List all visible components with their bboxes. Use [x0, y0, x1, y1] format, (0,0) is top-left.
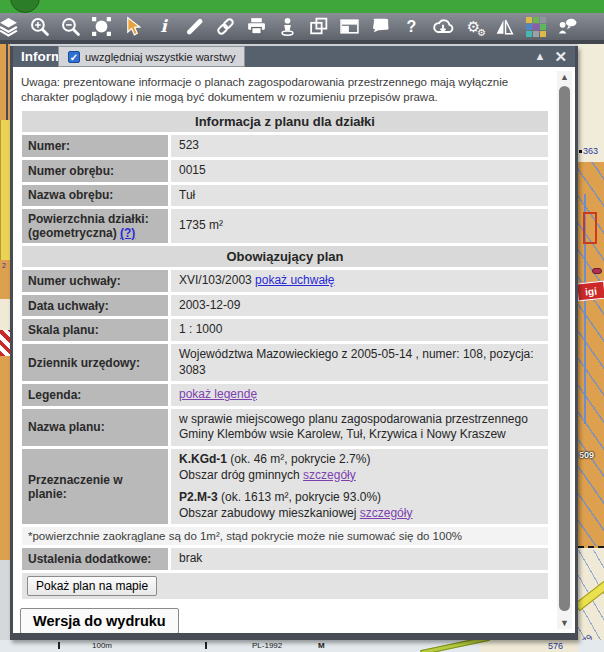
top-brand-bar: [0, 0, 604, 13]
plan-info-table: Informacja z planu dla działki Numer: 52…: [19, 108, 551, 602]
map-left-strip[interactable]: 2: [0, 44, 10, 640]
scrollbar-thumb[interactable]: [559, 86, 570, 611]
map-building-outline: [583, 212, 597, 244]
scalebar-label: 100m: [92, 641, 112, 650]
map-road-label: igi: [576, 281, 604, 302]
table-row-data-uchwaly: Data uchwały: 2003-12-09: [22, 295, 548, 317]
map-road-red-striped: [0, 330, 10, 356]
zone-entry: K.KGd-1 (ok. 46 m², pokrycie 2.7%) Obsza…: [179, 452, 540, 483]
show-plan-on-map-button[interactable]: Pokaż plan na mapie: [27, 576, 157, 596]
map-area-cream: [480, 640, 578, 652]
close-icon[interactable]: ✕: [554, 49, 567, 64]
row-value: 1735 m²: [171, 209, 548, 243]
row-label: Nazwa planu:: [22, 409, 168, 446]
dialog-scrollbar[interactable]: ▲ ▼: [557, 71, 572, 629]
map-area-gray: [0, 560, 10, 640]
map-road-yellow: [0, 120, 10, 260]
street-view-icon[interactable]: [272, 14, 303, 40]
table-row-dziennik: Dziennik urzędowy: Województwa Mazowieck…: [22, 344, 548, 381]
app-window: i ? ⚙⚙: [0, 0, 604, 652]
checkbox-checked-icon[interactable]: ✓: [68, 51, 80, 63]
measure-icon[interactable]: [179, 14, 210, 40]
link-icon[interactable]: [210, 14, 241, 40]
download-icon[interactable]: [427, 14, 458, 40]
collapse-icon[interactable]: ▲: [535, 51, 546, 62]
scalebar-tick: [205, 642, 207, 649]
pointer-tool-icon[interactable]: [117, 14, 148, 40]
table-row-nazwa-planu: Nazwa planu: w sprawie miejscowego planu…: [22, 409, 548, 446]
scroll-up-icon[interactable]: ▲: [557, 71, 572, 83]
map-parcel-label: 509: [579, 450, 594, 460]
info-dialog: Informacja ▲ ✕ ✓ uwzględniaj wszystkie w…: [10, 46, 578, 640]
annotation-icon[interactable]: [365, 14, 396, 40]
zone-desc: Obszar dróg gminnych: [179, 468, 300, 482]
row-value: Tuł: [171, 185, 548, 207]
legal-notice: Uwaga: prezentowane informacje o planach…: [21, 75, 541, 104]
show-legend-link[interactable]: pokaż legendę: [179, 387, 257, 401]
table-row-legenda: Legenda: pokaż legendę: [22, 384, 548, 406]
zone-code: K.KGd-1: [179, 452, 227, 466]
scroll-down-icon[interactable]: ▼: [557, 617, 572, 629]
row-label: Numer obrębu:: [22, 160, 168, 182]
table-row-numer-uchwaly: Numer uchwały: XVI/103/2003 pokaż uchwał…: [22, 270, 548, 292]
all-layers-toggle[interactable]: ✓ uwzględniaj wszystkie warstwy: [58, 46, 245, 67]
row-value: w sprawie miejscowego planu zagospodarow…: [171, 409, 548, 446]
row-value: 523: [171, 135, 548, 157]
table-row-skala: Skala planu: 1 : 1000: [22, 319, 548, 341]
show-resolution-link[interactable]: pokaż uchwałę: [255, 273, 334, 287]
area-help-link[interactable]: (?): [120, 226, 135, 240]
zone-entry: P2.M-3 (ok. 1613 m², pokrycie 93.0%) Obs…: [179, 490, 540, 521]
row-value: 2003-12-09: [171, 295, 548, 317]
crs-label: PL-1992: [252, 641, 282, 650]
row-label: Dziennik urzędowy:: [22, 344, 168, 381]
zone-stats: (ok. 1613 m², pokrycie 93.0%): [221, 490, 381, 504]
feedback-icon[interactable]: [551, 14, 582, 40]
compare-windows-icon[interactable]: [303, 14, 334, 40]
zone-code: P2.M-3: [179, 490, 218, 504]
map-parcel-label: 2: [2, 262, 6, 269]
row-label: Numer:: [22, 135, 168, 157]
zoom-out-icon[interactable]: [55, 14, 86, 40]
print-version-button[interactable]: Wersja do wydruku: [20, 608, 179, 633]
rounding-footnote: *powierzchnie zaokrąglane są do 1m², stą…: [22, 527, 548, 545]
zone-details-link[interactable]: szczegóły: [303, 468, 356, 482]
row-value: 0015: [171, 160, 548, 182]
zoom-in-icon[interactable]: [24, 14, 55, 40]
table-row-footnote: *powierzchnie zaokrąglane są do 1m², stą…: [22, 527, 548, 545]
area-label-line2: (geometryczna): [28, 226, 117, 240]
section-header-row: Informacja z planu dla działki: [22, 111, 548, 132]
section-header-row: Obowiązujący plan: [22, 246, 548, 267]
row-label: Legenda:: [22, 384, 168, 406]
help-icon[interactable]: ?: [396, 14, 427, 40]
scalebar-tick: [58, 642, 60, 649]
row-label: Nazwa obrębu:: [22, 185, 168, 207]
zone-desc: Obszar zabudowy mieszkaniowej: [179, 506, 356, 520]
select-area-icon[interactable]: [86, 14, 117, 40]
row-label: Numer uchwały:: [22, 270, 168, 292]
layout-icon[interactable]: [334, 14, 365, 40]
map-parcel-label: 363: [579, 146, 598, 156]
row-value: K.KGd-1 (ok. 46 m², pokrycie 2.7%) Obsza…: [171, 449, 548, 524]
map-right-strip[interactable]: 363 igi 509 579: [578, 44, 604, 652]
table-row-przeznaczenie: Przeznaczenie w planie: K.KGd-1 (ok. 46 …: [22, 449, 548, 524]
table-row-nazwa-obrebu: Nazwa obrębu: Tuł: [22, 185, 548, 207]
print-icon[interactable]: [241, 14, 272, 40]
settings-icon[interactable]: ⚙⚙: [458, 14, 489, 40]
layers-icon[interactable]: [0, 14, 24, 40]
zone-details-link[interactable]: szczegóły: [360, 506, 413, 520]
map-toolbar: i ? ⚙⚙: [0, 13, 604, 44]
row-label: Powierzchnia działki: (geometryczna) (?): [22, 209, 168, 243]
table-row-ustalenia: Ustalenia dodatkowe: brak: [22, 548, 548, 570]
row-value: brak: [171, 548, 548, 570]
all-layers-toggle-label[interactable]: uwzględniaj wszystkie warstwy: [85, 51, 235, 63]
mirror-icon[interactable]: [489, 14, 520, 40]
row-value: Województwa Mazowieckiego z 2005-05-14 ,…: [171, 344, 548, 381]
section-parcel-title: Informacja z planu dla działki: [22, 111, 548, 132]
row-value: pokaż legendę: [171, 384, 548, 406]
info-icon[interactable]: i: [148, 14, 179, 40]
map-bottom-strip[interactable]: 100m PL-1992 M 576: [0, 640, 604, 652]
row-value: 1 : 1000: [171, 319, 548, 341]
section-plan-title: Obowiązujący plan: [22, 246, 548, 267]
legend-icon[interactable]: [520, 14, 551, 40]
app-logo: [10, 0, 40, 13]
